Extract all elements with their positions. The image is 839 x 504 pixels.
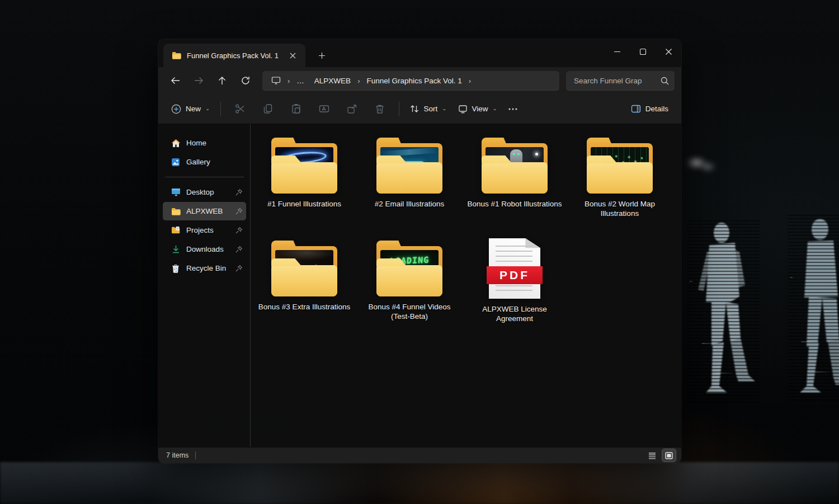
- holographic-figure: [687, 218, 760, 403]
- refresh-button[interactable]: [234, 70, 257, 91]
- share-button[interactable]: [338, 98, 365, 120]
- file-name: ALPXWEB License Agreement: [467, 304, 562, 323]
- file-item-funnel-videos[interactable]: LOADING Bonus #4 Funnel Videos (Test-Bet…: [357, 236, 462, 339]
- file-item-robot-illustrations[interactable]: Bonus #1 Robot Illustrations: [462, 133, 567, 236]
- chevron-down-icon: ⌄: [493, 106, 497, 111]
- up-button[interactable]: [211, 70, 233, 91]
- file-name: Bonus #2 World Map Illustrations: [572, 199, 667, 218]
- sidebar-item-label: Gallery: [186, 158, 243, 166]
- pdf-badge: PDF: [487, 266, 543, 284]
- sort-arrows-icon: [410, 104, 419, 114]
- gallery-icon: [171, 157, 181, 167]
- new-button-label: New: [186, 105, 201, 113]
- view-button[interactable]: View ⌄: [453, 98, 502, 120]
- breadcrumb-chevron[interactable]: ›: [468, 77, 472, 85]
- file-item-funnel-illustrations[interactable]: #1 Funnel Illustrations: [252, 133, 357, 236]
- status-divider: [195, 451, 196, 459]
- search-icon[interactable]: [661, 77, 669, 85]
- paste-button[interactable]: [282, 98, 309, 120]
- folder-icon: [171, 206, 181, 216]
- folder-icon: [587, 138, 653, 194]
- title-bar: Funnel Graphics Pack Vol. 1: [158, 39, 681, 67]
- sort-button-label: Sort: [423, 105, 437, 113]
- sidebar-item-projects[interactable]: Projects: [163, 221, 246, 239]
- delete-button[interactable]: [366, 98, 393, 120]
- breadcrumb-item-alpxweb[interactable]: ALPXWEB: [310, 75, 355, 87]
- holographic-figure: [788, 213, 839, 403]
- maximize-button[interactable]: [630, 39, 656, 64]
- large-icons-view-toggle[interactable]: [662, 449, 676, 461]
- view-icon: [458, 105, 468, 114]
- close-window-button[interactable]: [656, 39, 681, 64]
- details-button-label: Details: [645, 105, 668, 113]
- pin-icon: [235, 189, 243, 196]
- sidebar-item-recycle-bin[interactable]: Recycle Bin: [163, 259, 246, 277]
- forward-button[interactable]: [187, 70, 210, 91]
- sidebar-item-label: Recycle Bin: [186, 264, 229, 272]
- navigation-pane: Home Gallery Desktop: [158, 124, 251, 447]
- sidebar-item-downloads[interactable]: Downloads: [163, 240, 246, 258]
- wallpaper-floor-reflection: [0, 462, 839, 504]
- breadcrumb-chevron[interactable]: ›: [286, 77, 291, 85]
- details-button[interactable]: Details: [626, 98, 673, 120]
- pin-icon: [235, 246, 243, 253]
- chevron-down-icon: ⌄: [442, 106, 446, 111]
- item-count: 7 items: [166, 451, 188, 459]
- sidebar-item-home[interactable]: Home: [163, 134, 246, 152]
- file-item-email-illustrations[interactable]: #2 Email Illustrations: [357, 133, 462, 236]
- folder-icon: [376, 138, 442, 194]
- folder-icon: [171, 50, 181, 60]
- chevron-down-icon: ⌄: [205, 106, 210, 111]
- downloads-icon: [171, 244, 181, 255]
- navigation-bar: › … ALPXWEB › Funnel Graphics Pack Vol. …: [158, 67, 681, 94]
- rename-button[interactable]: [310, 98, 337, 120]
- breadcrumb[interactable]: › … ALPXWEB › Funnel Graphics Pack Vol. …: [262, 71, 559, 91]
- sidebar-item-gallery[interactable]: Gallery: [163, 153, 246, 171]
- cut-button[interactable]: [227, 98, 253, 120]
- folder-icon: LOADING: [376, 241, 442, 296]
- file-item-extra-illustrations[interactable]: Bonus #3 Extra Illustrations: [252, 236, 357, 339]
- home-icon: [171, 138, 181, 148]
- desktop-icon: [171, 187, 181, 197]
- projects-folder-icon: [171, 225, 181, 235]
- toolbar-divider: [220, 102, 221, 116]
- pdf-file-icon: PDF: [489, 238, 540, 299]
- details-view-toggle[interactable]: [645, 449, 659, 461]
- sidebar-item-alpxweb[interactable]: ALPXWEB: [163, 202, 246, 220]
- file-list-area: #1 Funnel Illustrations #2 Email Illustr…: [251, 124, 681, 447]
- pin-icon: [235, 208, 243, 215]
- tab-close-button[interactable]: [285, 48, 300, 63]
- breadcrumb-chevron[interactable]: ›: [356, 77, 361, 85]
- sidebar-item-label: Home: [186, 139, 243, 147]
- pin-icon: [235, 265, 243, 272]
- this-pc-monitor-icon[interactable]: [267, 74, 285, 87]
- breadcrumb-item-current[interactable]: Funnel Graphics Pack Vol. 1: [362, 75, 466, 87]
- sidebar-item-label: Projects: [186, 226, 229, 234]
- file-item-world-map-illustrations[interactable]: Bonus #2 World Map Illustrations: [567, 133, 672, 236]
- breadcrumb-overflow[interactable]: …: [292, 75, 309, 87]
- new-button[interactable]: New ⌄: [166, 98, 215, 120]
- new-plus-icon: [171, 104, 181, 114]
- tab-title: Funnel Graphics Pack Vol. 1: [187, 51, 280, 60]
- new-tab-button[interactable]: [313, 47, 330, 64]
- explorer-tab[interactable]: Funnel Graphics Pack Vol. 1: [163, 44, 305, 67]
- sidebar-item-label: Desktop: [186, 188, 229, 196]
- sidebar-item-label: ALPXWEB: [186, 207, 229, 215]
- folder-icon: [271, 241, 337, 296]
- file-name: Bonus #4 Funnel Videos (Test-Beta): [362, 302, 457, 321]
- search-input[interactable]: [574, 77, 661, 85]
- sort-button[interactable]: Sort ⌄: [405, 98, 451, 120]
- file-name: #2 Email Illustrations: [375, 199, 445, 209]
- file-item-license-agreement-pdf[interactable]: PDF ALPXWEB License Agreement: [462, 236, 567, 339]
- sidebar-item-label: Downloads: [186, 245, 229, 253]
- window-body: Home Gallery Desktop: [158, 124, 681, 447]
- details-pane-icon: [631, 105, 641, 113]
- search-box[interactable]: [566, 71, 675, 91]
- more-options-button[interactable]: [503, 98, 522, 120]
- toolbar-divider: [399, 102, 399, 116]
- copy-button[interactable]: [254, 98, 281, 120]
- back-button[interactable]: [164, 70, 186, 91]
- sidebar-item-desktop[interactable]: Desktop: [163, 183, 246, 201]
- status-bar: 7 items: [158, 447, 681, 463]
- minimize-button[interactable]: [604, 39, 630, 64]
